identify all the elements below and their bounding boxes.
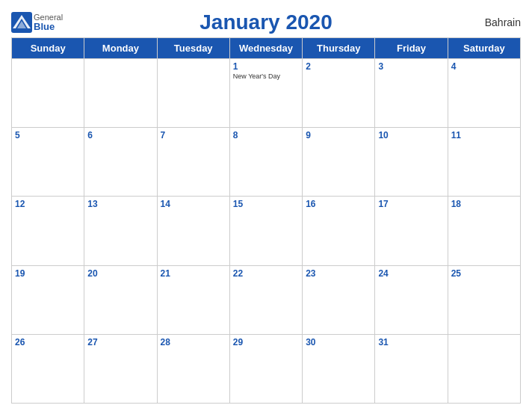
- day-number: 26: [15, 337, 81, 347]
- calendar-cell: 2: [303, 59, 375, 128]
- day-number: 4: [451, 61, 517, 72]
- logo-icon: [11, 12, 32, 33]
- day-number: 31: [378, 337, 444, 347]
- calendar-body: 1New Year's Day2345678910111213141516171…: [12, 59, 521, 404]
- calendar-cell: 28: [157, 334, 229, 403]
- day-number: 1: [233, 61, 299, 72]
- calendar-cell: 15: [229, 197, 302, 265]
- day-number: 6: [87, 130, 153, 140]
- calendar-cell: 20: [84, 265, 157, 334]
- calendar-cell: 12: [12, 197, 84, 265]
- day-number: 17: [378, 199, 444, 209]
- day-header-friday: Friday: [375, 38, 448, 59]
- week-row-5: 262728293031: [12, 334, 521, 403]
- day-number: 27: [87, 337, 153, 347]
- day-number: 22: [233, 268, 299, 279]
- calendar-cell: 1New Year's Day: [229, 59, 302, 128]
- country-label: Bahrain: [485, 16, 521, 28]
- day-header-tuesday: Tuesday: [157, 38, 229, 59]
- logo-blue: Blue: [34, 22, 63, 32]
- holiday-name: New Year's Day: [233, 72, 299, 80]
- calendar-cell: 4: [448, 59, 520, 128]
- calendar-cell: 17: [375, 197, 448, 265]
- week-row-1: 1New Year's Day234: [12, 59, 521, 128]
- day-number: 28: [161, 337, 226, 347]
- day-header-wednesday: Wednesday: [229, 38, 302, 59]
- day-number: 5: [15, 130, 81, 140]
- days-header-row: SundayMondayTuesdayWednesdayThursdayFrid…: [12, 38, 521, 59]
- calendar-cell: 22: [229, 265, 302, 334]
- calendar-title: January 2020: [200, 10, 332, 34]
- day-number: 18: [451, 199, 517, 209]
- calendar-cell: 19: [12, 265, 84, 334]
- day-number: 3: [378, 61, 444, 72]
- calendar-cell: 30: [303, 334, 375, 403]
- day-number: 20: [87, 268, 153, 279]
- day-number: 16: [306, 199, 371, 209]
- calendar-cell: 23: [303, 265, 375, 334]
- day-number: 2: [306, 61, 371, 72]
- calendar-cell: [157, 59, 229, 128]
- day-number: 11: [451, 130, 517, 140]
- calendar-cell: 31: [375, 334, 448, 403]
- day-number: 21: [161, 268, 226, 279]
- calendar-cell: 16: [303, 197, 375, 265]
- calendar-cell: 14: [157, 197, 229, 265]
- day-number: 30: [306, 337, 371, 347]
- day-number: 25: [451, 268, 517, 279]
- calendar-cell: 8: [229, 128, 302, 197]
- day-number: 7: [161, 130, 226, 140]
- calendar-cell: 13: [84, 197, 157, 265]
- calendar-cell: 21: [157, 265, 229, 334]
- calendar-cell: 10: [375, 128, 448, 197]
- logo-text: General Blue: [34, 13, 63, 32]
- calendar-cell: 29: [229, 334, 302, 403]
- calendar-cell: [84, 59, 157, 128]
- calendar-cell: 27: [84, 334, 157, 403]
- day-number: 19: [15, 268, 81, 279]
- calendar-cell: 26: [12, 334, 84, 403]
- logo: General Blue: [11, 12, 63, 33]
- day-number: 14: [161, 199, 226, 209]
- day-header-saturday: Saturday: [448, 38, 520, 59]
- calendar-cell: 25: [448, 265, 520, 334]
- calendar-cell: 9: [303, 128, 375, 197]
- calendar-cell: 5: [12, 128, 84, 197]
- day-header-monday: Monday: [84, 38, 157, 59]
- week-row-4: 19202122232425: [12, 265, 521, 334]
- calendar-cell: 3: [375, 59, 448, 128]
- day-number: 12: [15, 199, 81, 209]
- calendar-cell: [12, 59, 84, 128]
- week-row-2: 567891011: [12, 128, 521, 197]
- week-row-3: 12131415161718: [12, 197, 521, 265]
- day-number: 23: [306, 268, 371, 279]
- day-header-sunday: Sunday: [12, 38, 84, 59]
- calendar-cell: 7: [157, 128, 229, 197]
- day-number: 9: [306, 130, 371, 140]
- calendar-cell: 6: [84, 128, 157, 197]
- day-number: 15: [233, 199, 299, 209]
- calendar-cell: 18: [448, 197, 520, 265]
- calendar-cell: [448, 334, 520, 403]
- day-number: 10: [378, 130, 444, 140]
- calendar-cell: 11: [448, 128, 520, 197]
- day-number: 24: [378, 268, 444, 279]
- calendar-header: General Blue January 2020 Bahrain: [11, 7, 521, 34]
- calendar-table: SundayMondayTuesdayWednesdayThursdayFrid…: [11, 37, 521, 404]
- calendar-cell: 24: [375, 265, 448, 334]
- day-number: 29: [233, 337, 299, 347]
- day-header-thursday: Thursday: [303, 38, 375, 59]
- day-number: 8: [233, 130, 299, 140]
- day-number: 13: [87, 199, 153, 209]
